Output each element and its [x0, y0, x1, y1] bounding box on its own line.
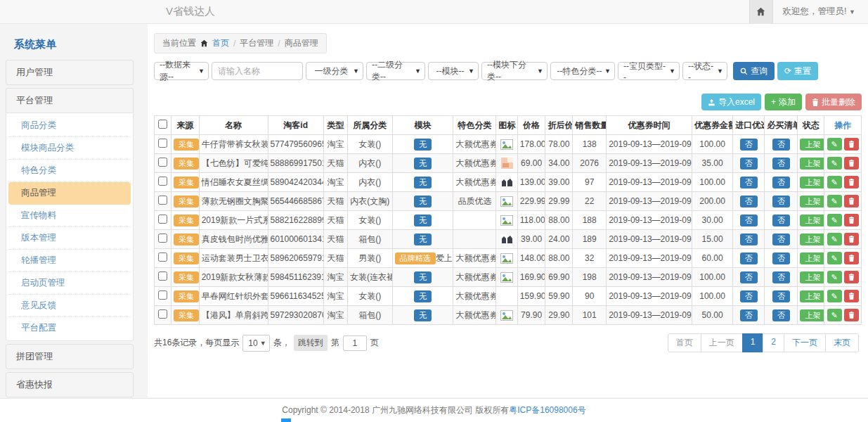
source-badge[interactable]: 采集 [174, 252, 199, 264]
user-menu[interactable]: 欢迎您，管理员! ▼ [773, 0, 868, 23]
delete-button[interactable] [844, 195, 859, 207]
source-badge[interactable]: 采集 [174, 177, 199, 188]
import-pick-toggle[interactable]: 否 [740, 271, 758, 283]
add-button[interactable]: + 添加 [765, 94, 802, 110]
level2-category-select[interactable]: --二级分类--▼ [366, 62, 425, 80]
delete-button[interactable] [844, 290, 859, 302]
module-badge[interactable]: 无 [414, 158, 432, 170]
bottom-blue-widget[interactable] [281, 418, 291, 422]
module-badge[interactable]: 无 [414, 139, 432, 151]
module-badge[interactable]: 无 [414, 234, 432, 245]
reset-button[interactable]: ⟳重置 [777, 62, 818, 80]
delete-button[interactable] [844, 176, 859, 188]
submenu-item-模块商品分类[interactable]: 模块商品分类 [8, 137, 131, 160]
delete-button[interactable] [844, 252, 859, 264]
submenu-item-商品管理[interactable]: 商品管理 [8, 182, 131, 205]
must-buy-toggle[interactable]: 否 [772, 252, 790, 264]
source-badge[interactable]: 采集 [174, 196, 199, 207]
delete-button[interactable] [844, 157, 859, 170]
page-button-首页[interactable]: 首页 [668, 333, 701, 352]
module-badge[interactable]: 无 [414, 290, 432, 302]
level1-category-select[interactable]: 一级分类▼ [306, 62, 363, 80]
batch-delete-button[interactable]: 批量删除 [805, 94, 862, 110]
delete-button[interactable] [844, 214, 859, 226]
module-sub-select[interactable]: --模块下分类--▼ [481, 62, 548, 80]
delete-button[interactable] [844, 309, 859, 321]
jump-to-button[interactable]: 跳转到 [294, 335, 328, 351]
sidebar-item-用户管理[interactable]: 用户管理 [6, 60, 134, 85]
import-pick-toggle[interactable]: 否 [740, 234, 758, 245]
module-badge[interactable]: 无 [414, 196, 432, 207]
breadcrumb-home-link[interactable]: 首页 [212, 37, 229, 49]
must-buy-toggle[interactable]: 否 [772, 196, 790, 207]
source-badge[interactable]: 采集 [174, 139, 199, 151]
page-number-input[interactable] [343, 335, 367, 351]
row-checkbox[interactable] [158, 290, 167, 300]
import-pick-toggle[interactable]: 否 [740, 252, 758, 264]
edit-button[interactable]: ✎ [827, 214, 842, 226]
sidebar-item-拼团管理[interactable]: 拼团管理 [6, 344, 134, 369]
edit-button[interactable]: ✎ [827, 252, 842, 264]
item-type-select[interactable]: --宝贝类型--▼ [618, 62, 680, 80]
source-badge[interactable]: 采集 [174, 309, 199, 321]
sidebar-item-平台管理[interactable]: 平台管理 [6, 88, 134, 113]
submenu-item-宣传物料[interactable]: 宣传物料 [8, 205, 131, 227]
must-buy-toggle[interactable]: 否 [772, 271, 790, 283]
edit-button[interactable]: ✎ [827, 176, 842, 188]
edit-button[interactable]: ✎ [827, 309, 842, 321]
edit-button[interactable]: ✎ [827, 157, 842, 170]
must-buy-toggle[interactable]: 否 [772, 309, 790, 321]
import-pick-toggle[interactable]: 否 [740, 139, 758, 151]
source-badge[interactable]: 采集 [174, 234, 199, 245]
row-checkbox[interactable] [158, 158, 167, 167]
edit-button[interactable]: ✎ [827, 290, 842, 302]
must-buy-toggle[interactable]: 否 [772, 139, 790, 151]
sidebar-item-省惠快报[interactable]: 省惠快报 [6, 372, 134, 397]
submenu-item-轮播管理[interactable]: 轮播管理 [8, 250, 131, 272]
module-badge[interactable]: 无 [414, 309, 432, 321]
edit-button[interactable]: ✎ [827, 138, 842, 151]
home-button[interactable] [749, 0, 773, 23]
edit-button[interactable]: ✎ [827, 195, 842, 207]
status-badge[interactable]: 上架 [800, 158, 824, 170]
must-buy-toggle[interactable]: 否 [772, 158, 790, 170]
page-button-上一页[interactable]: 上一页 [701, 333, 743, 352]
select-all-checkbox[interactable] [158, 120, 167, 129]
page-button-1[interactable]: 1 [742, 333, 764, 352]
row-checkbox[interactable] [158, 139, 167, 148]
status-badge[interactable]: 上架 [800, 290, 824, 302]
submenu-item-特色分类[interactable]: 特色分类 [8, 160, 131, 182]
query-button[interactable]: 查询 [733, 62, 775, 80]
import-pick-toggle[interactable]: 否 [740, 215, 758, 226]
delete-button[interactable] [844, 233, 859, 245]
edit-button[interactable]: ✎ [827, 271, 842, 283]
submenu-item-版本管理[interactable]: 版本管理 [8, 227, 131, 250]
delete-button[interactable] [844, 271, 859, 283]
row-checkbox[interactable] [158, 252, 167, 262]
page-button-末页[interactable]: 末页 [825, 333, 859, 352]
page-button-下一页[interactable]: 下一页 [784, 333, 826, 352]
module-select[interactable]: --模块--▼ [428, 62, 479, 80]
import-pick-toggle[interactable]: 否 [740, 290, 758, 302]
import-pick-toggle[interactable]: 否 [740, 196, 758, 207]
import-pick-toggle[interactable]: 否 [740, 309, 758, 321]
edit-button[interactable]: ✎ [827, 233, 842, 245]
status-badge[interactable]: 上架 [800, 177, 824, 188]
submenu-item-启动页管理[interactable]: 启动页管理 [8, 272, 131, 295]
import-pick-toggle[interactable]: 否 [740, 158, 758, 170]
submenu-item-意见反馈[interactable]: 意见反馈 [8, 295, 131, 317]
status-badge[interactable]: 上架 [800, 309, 824, 321]
module-badge[interactable]: 无 [414, 271, 432, 283]
status-badge[interactable]: 上架 [800, 252, 824, 264]
status-badge[interactable]: 上架 [800, 215, 824, 226]
status-badge[interactable]: 上架 [800, 271, 824, 283]
row-checkbox[interactable] [158, 215, 167, 224]
row-checkbox[interactable] [158, 234, 167, 243]
row-checkbox[interactable] [158, 177, 167, 186]
source-badge[interactable]: 采集 [174, 271, 199, 283]
status-badge[interactable]: 上架 [800, 139, 824, 151]
status-select[interactable]: --状态--▼ [682, 62, 727, 80]
source-badge[interactable]: 采集 [174, 290, 199, 302]
import-excel-button[interactable]: 导入excel [701, 94, 761, 110]
must-buy-toggle[interactable]: 否 [772, 177, 790, 188]
